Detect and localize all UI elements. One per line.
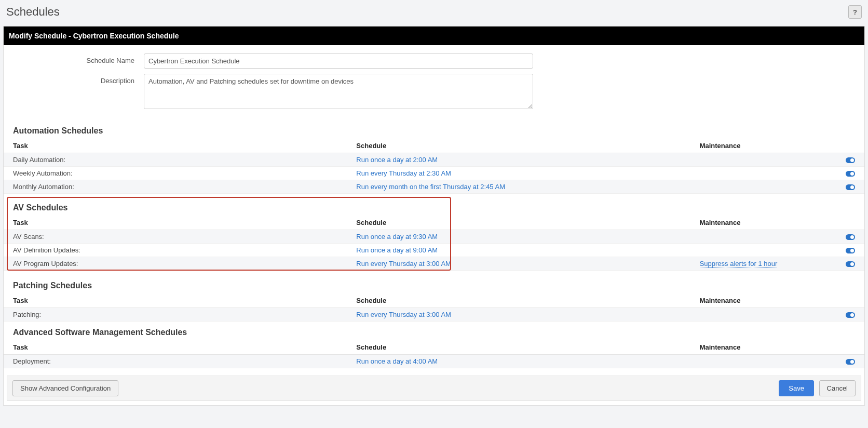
page-title: Schedules [6,5,60,19]
schedule-link[interactable]: Run every month on the first Thursday at… [356,183,505,191]
asm-heading: Advanced Software Management Schedules [4,325,864,340]
schedule-name-input[interactable] [144,54,533,69]
maintenance-toggle[interactable] [846,248,855,253]
col-maintenance-header: Maintenance [690,293,836,308]
maintenance-toggle[interactable] [846,171,855,177]
cancel-button[interactable]: Cancel [819,380,856,396]
save-button[interactable]: Save [779,380,814,396]
task-label: Weekly Automation: [13,169,73,177]
table-row: AV Scans: Run once a day at 9:30 AM [4,230,864,244]
asm-table: Task Schedule Maintenance Deployment: Ru… [4,340,864,368]
description-input[interactable] [144,74,533,109]
col-schedule-header: Schedule [347,340,690,355]
table-row: AV Program Updates: Run every Thursday a… [4,257,864,271]
table-row: Daily Automation: Run once a day at 2:00… [4,153,864,167]
schedule-link[interactable]: Run once a day at 9:30 AM [356,233,438,240]
automation-table: Task Schedule Maintenance Daily Automati… [4,139,864,194]
schedule-name-label: Schedule Name [14,54,144,64]
schedule-form: Schedule Name Description [4,45,864,120]
maintenance-toggle[interactable] [846,359,855,365]
maintenance-link[interactable]: Suppress alerts for 1 hour [700,260,778,268]
col-maintenance-header: Maintenance [690,216,836,230]
maintenance-toggle[interactable] [846,312,855,318]
maintenance-toggle[interactable] [846,234,855,240]
schedule-link[interactable]: Run once a day at 9:00 AM [356,246,438,254]
panel-header: Modify Schedule - Cybertron Execution Sc… [4,26,864,45]
automation-heading: Automation Schedules [4,123,864,139]
show-advanced-button[interactable]: Show Advanced Configuration [12,380,118,396]
schedule-panel: Modify Schedule - Cybertron Execution Sc… [3,26,865,406]
task-label: Patching: [13,311,41,318]
schedule-link[interactable]: Run every Thursday at 3:00 AM [356,260,451,268]
col-task-header: Task [4,340,347,355]
maintenance-toggle[interactable] [846,261,855,267]
table-row: Patching: Run every Thursday at 3:00 AM [4,308,864,322]
task-label: Deployment: [13,357,51,365]
col-schedule-header: Schedule [347,293,690,308]
maintenance-toggle[interactable] [846,157,855,163]
help-icon: ? [853,8,857,16]
automation-section: Automation Schedules Task Schedule Maint… [4,123,864,194]
footer-bar: Show Advanced Configuration Save Cancel [7,376,861,401]
col-schedule-header: Schedule [347,216,690,230]
maintenance-toggle[interactable] [846,184,855,190]
schedule-name-row: Schedule Name [14,54,854,69]
table-row: Monthly Automation: Run every month on t… [4,180,864,194]
table-row: AV Definition Updates: Run once a day at… [4,244,864,257]
schedule-link[interactable]: Run every Thursday at 2:30 AM [356,169,451,177]
task-label: AV Scans: [13,233,44,240]
task-label: Monthly Automation: [13,183,74,191]
table-row: Deployment: Run once a day at 4:00 AM [4,355,864,368]
task-label: Daily Automation: [13,156,65,164]
col-schedule-header: Schedule [347,139,690,153]
schedule-link[interactable]: Run once a day at 2:00 AM [356,156,438,164]
col-maintenance-header: Maintenance [690,340,836,355]
patching-heading: Patching Schedules [4,278,864,293]
task-label: AV Program Updates: [13,260,78,268]
patching-table: Task Schedule Maintenance Patching: Run … [4,293,864,322]
patching-section: Patching Schedules Task Schedule Mainten… [4,278,864,322]
help-button[interactable]: ? [848,5,862,19]
col-task-header: Task [4,293,347,308]
asm-section: Advanced Software Management Schedules T… [4,325,864,368]
table-row: Weekly Automation: Run every Thursday at… [4,167,864,180]
description-row: Description [14,74,854,111]
schedule-link[interactable]: Run every Thursday at 3:00 AM [356,311,451,318]
schedule-link[interactable]: Run once a day at 4:00 AM [356,357,438,365]
description-label: Description [14,74,144,85]
av-heading: AV Schedules [4,197,864,216]
av-table: Task Schedule Maintenance AV Scans: Run … [4,216,864,271]
page-header: Schedules ? [0,0,868,26]
col-task-header: Task [4,139,347,153]
col-maintenance-header: Maintenance [690,139,836,153]
col-task-header: Task [4,216,347,230]
av-section: AV Schedules Task Schedule Maintenance A… [4,197,864,271]
task-label: AV Definition Updates: [13,246,80,254]
